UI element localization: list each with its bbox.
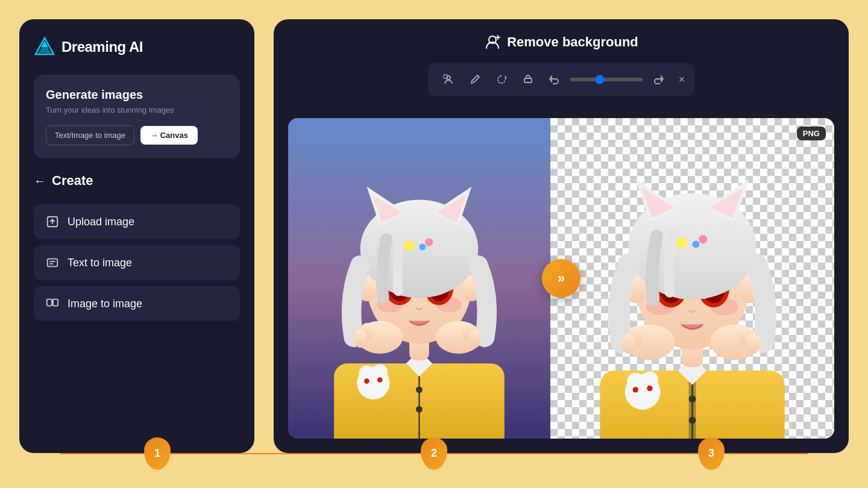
svg-point-17 xyxy=(416,386,423,393)
pen-tool-button[interactable] xyxy=(464,69,486,90)
step-2: 2 xyxy=(421,437,447,470)
svg-rect-5 xyxy=(47,299,52,306)
redo-button[interactable] xyxy=(647,69,669,90)
menu-items: Upload image Text to image Image to imag… xyxy=(34,204,240,321)
step-3: 3 xyxy=(698,437,725,470)
redo-icon xyxy=(653,74,664,85)
lasso-tool-button[interactable] xyxy=(491,69,512,90)
step-line-3 xyxy=(447,453,698,454)
steps-row: 1 2 3 xyxy=(0,437,868,470)
original-character-svg xyxy=(288,118,550,439)
eraser-tool-button[interactable] xyxy=(517,69,539,90)
svg-point-80 xyxy=(699,235,707,243)
image-to-image-label: Image to image xyxy=(68,298,142,310)
svg-rect-12 xyxy=(524,78,532,83)
lasso-icon xyxy=(496,74,507,85)
close-button[interactable]: × xyxy=(679,74,685,86)
undo-icon xyxy=(549,74,560,85)
svg-point-92 xyxy=(647,386,652,391)
toolbar: × xyxy=(428,63,695,96)
image-to-image-item[interactable]: Image to image xyxy=(34,286,240,321)
step-line-2 xyxy=(171,453,421,454)
remove-bg-icon xyxy=(484,34,501,51)
center-arrow: » xyxy=(542,259,580,298)
svg-point-18 xyxy=(416,406,423,413)
upload-image-item[interactable]: Upload image xyxy=(34,204,240,239)
svg-point-81 xyxy=(692,241,699,248)
brush-size-slider[interactable] xyxy=(570,78,643,81)
svg-point-51 xyxy=(364,378,370,384)
create-section: ← Create xyxy=(34,173,240,189)
logo-text: Dreaming AI xyxy=(61,39,143,55)
text-to-image-label: Text to image xyxy=(68,257,132,269)
step-1: 1 xyxy=(144,437,171,470)
create-label: Create xyxy=(52,173,93,189)
generate-title: Generate images xyxy=(46,88,228,102)
right-header: Remove background xyxy=(288,34,834,51)
logo-row: Dreaming AI xyxy=(34,36,240,58)
generate-subtitle: Turn your ideas into stunning images xyxy=(46,105,228,114)
svg-point-40 xyxy=(425,239,433,246)
generate-buttons: Text/Image to image → Canvas xyxy=(46,125,228,145)
svg-point-91 xyxy=(632,387,638,392)
remove-bg-title: Remove background xyxy=(507,34,638,50)
svg-point-79 xyxy=(676,237,687,249)
left-panel: Dreaming AI Generate images Turn your id… xyxy=(19,19,254,453)
undo-button[interactable] xyxy=(544,69,565,90)
step-line-1 xyxy=(60,453,144,454)
selection-tool-button[interactable] xyxy=(438,69,459,90)
back-arrow-icon[interactable]: ← xyxy=(34,174,46,188)
eraser-icon xyxy=(523,74,533,85)
svg-point-41 xyxy=(419,243,426,250)
header-title-group: Remove background xyxy=(484,34,638,51)
svg-point-45 xyxy=(354,330,367,348)
img-to-img-icon xyxy=(46,297,59,310)
text-image-icon xyxy=(46,256,59,269)
svg-point-52 xyxy=(377,377,383,383)
main-container: Dreaming AI Generate images Turn your id… xyxy=(0,0,868,488)
right-panel: Remove background xyxy=(274,19,849,453)
upload-icon xyxy=(46,215,59,228)
svg-point-85 xyxy=(621,334,636,354)
text-image-to-image-button[interactable]: Text/Image to image xyxy=(46,125,134,145)
svg-rect-4 xyxy=(48,259,58,267)
result-image: PNG xyxy=(550,118,834,439)
person-select-icon xyxy=(443,74,454,85)
svg-point-87 xyxy=(746,334,760,354)
svg-rect-58 xyxy=(689,378,696,439)
svg-point-39 xyxy=(404,240,414,251)
png-badge: PNG xyxy=(797,127,826,140)
pen-icon xyxy=(470,74,480,85)
images-area: » xyxy=(288,118,834,439)
original-image xyxy=(288,118,550,439)
step-line-4 xyxy=(725,453,808,454)
result-character-svg xyxy=(550,118,834,439)
svg-rect-6 xyxy=(53,299,58,306)
upload-image-label: Upload image xyxy=(68,216,134,228)
text-to-image-item[interactable]: Text to image xyxy=(34,245,240,280)
canvas-button[interactable]: → Canvas xyxy=(140,126,198,145)
logo-icon xyxy=(34,36,55,58)
svg-point-47 xyxy=(468,330,482,348)
generate-card: Generate images Turn your ideas into stu… xyxy=(34,75,240,158)
